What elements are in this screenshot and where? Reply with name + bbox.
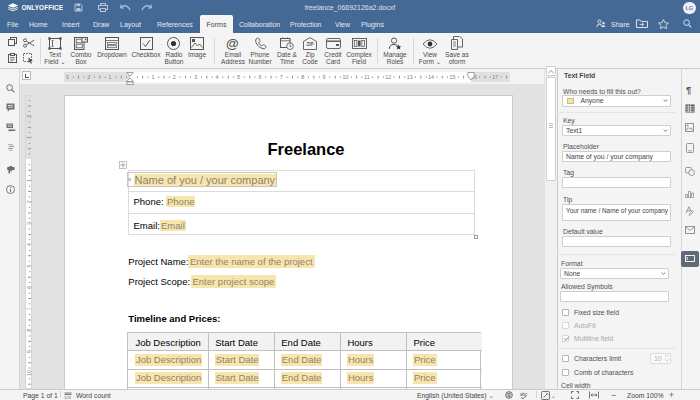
svg-text:10: 10 (342, 74, 348, 80)
svg-text:8: 8 (301, 74, 304, 80)
svg-text:4: 4 (215, 74, 218, 80)
svg-text:3: 3 (26, 222, 32, 225)
svg-text:1: 1 (26, 179, 32, 182)
svg-text:9: 9 (26, 350, 32, 353)
svg-text:123: 123 (64, 394, 71, 398)
svg-text:11: 11 (364, 74, 370, 80)
svg-text:7: 7 (279, 74, 282, 80)
svg-text:4: 4 (26, 243, 32, 246)
svg-text:1: 1 (151, 74, 154, 80)
svg-text:8: 8 (26, 329, 32, 332)
svg-text:2: 2 (26, 115, 32, 118)
svg-text:2: 2 (26, 200, 32, 203)
svg-text:ZIP: ZIP (306, 42, 313, 47)
svg-text:10: 10 (26, 370, 32, 376)
svg-text:3: 3 (66, 74, 69, 80)
svg-text:14: 14 (428, 74, 434, 80)
svg-text:7: 7 (26, 307, 32, 310)
svg-text:12: 12 (385, 74, 391, 80)
svg-text:17: 17 (492, 74, 498, 80)
svg-text:13: 13 (406, 74, 412, 80)
svg-text:2: 2 (87, 74, 90, 80)
svg-text:3: 3 (194, 74, 197, 80)
svg-text:abc: abc (520, 392, 528, 397)
svg-text:1: 1 (26, 136, 32, 139)
svg-text:15: 15 (449, 74, 455, 80)
svg-text:6: 6 (258, 74, 261, 80)
svg-text:5: 5 (237, 74, 240, 80)
svg-text:9: 9 (322, 74, 325, 80)
svg-text:1: 1 (108, 74, 111, 80)
svg-text:6: 6 (26, 286, 32, 289)
svg-text:2: 2 (172, 74, 175, 80)
svg-text:5: 5 (26, 264, 32, 267)
